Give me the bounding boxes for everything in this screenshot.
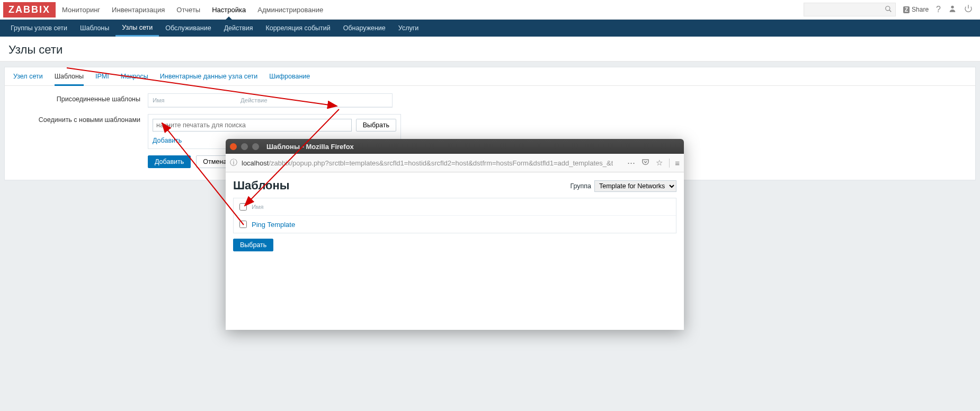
popup-window-title: Шаблоны - Mozilla Firefox [266, 143, 354, 151]
top-nav-right: Z Share ? [804, 3, 973, 16]
popup-titlebar[interactable]: Шаблоны - Mozilla Firefox [226, 139, 684, 154]
menu-configuration[interactable]: Настройка [212, 6, 246, 14]
template-link[interactable]: Ping Template [252, 217, 295, 232]
main-menu: Мониторинг Инвентаризация Отчеты Настрой… [62, 6, 323, 14]
global-search[interactable] [804, 3, 896, 16]
svg-line-1 [889, 10, 892, 12]
popup-body: Шаблоны Группа Template for Networks Имя… [226, 172, 684, 258]
group-select[interactable]: Template for Networks [594, 180, 676, 192]
top-nav: ZABBIX Мониторинг Инвентаризация Отчеты … [0, 0, 980, 20]
svg-point-2 [951, 6, 954, 8]
bookmark-icon[interactable]: ☆ [656, 158, 663, 168]
logo[interactable]: ZABBIX [3, 2, 56, 18]
window-maximize-icon[interactable] [252, 143, 259, 150]
col-action-header: Действие [236, 94, 272, 107]
col-name-header: Имя [148, 94, 236, 107]
menu-administration[interactable]: Администрирование [257, 6, 323, 14]
subnav-maintenance[interactable]: Обслуживание [159, 20, 217, 37]
window-close-icon[interactable] [230, 143, 237, 150]
subnav-templates[interactable]: Шаблоны [74, 20, 115, 37]
popup-url[interactable]: localhost/zabbix/popup.php?srctbl=templa… [242, 159, 613, 167]
tab-templates[interactable]: Шаблоны [55, 73, 84, 86]
add-template-link[interactable]: Добавить [153, 137, 182, 144]
label-attached-templates: Присоединенные шаблоны [13, 93, 148, 103]
menu-inventory[interactable]: Инвентаризация [112, 6, 165, 14]
row-attached-templates: Присоединенные шаблоны Имя Действие [13, 93, 967, 108]
info-icon[interactable]: ⓘ [230, 158, 237, 168]
menu-reports[interactable]: Отчеты [176, 6, 200, 14]
more-icon[interactable]: ⋯ [627, 158, 635, 168]
url-path: /zabbix/popup.php?srctbl=templates&srcfl… [269, 159, 613, 167]
label-link-new-templates: Соединить с новыми шаблонами [13, 114, 148, 124]
share-label: Share [912, 6, 929, 13]
tab-inventory[interactable]: Инвентарные данные узла сети [160, 73, 258, 85]
form-tabs: Узел сети Шаблоны IPMI Макросы Инвентарн… [5, 67, 975, 86]
popup-select-button[interactable]: Выбрать [233, 239, 273, 251]
subnav-services[interactable]: Услуги [392, 20, 425, 37]
menu-monitoring[interactable]: Мониторинг [62, 6, 100, 14]
group-label: Группа [570, 182, 591, 190]
tab-macros[interactable]: Макросы [121, 73, 148, 85]
subnav-correlation[interactable]: Корреляция событий [259, 20, 336, 37]
sub-nav: Группы узлов сети Шаблоны Узлы сети Обсл… [0, 20, 980, 37]
search-icon [885, 5, 892, 14]
select-template-button[interactable]: Выбрать [356, 119, 396, 132]
template-search-input[interactable] [153, 119, 352, 132]
popup-table: Имя Ping Template [233, 198, 676, 233]
subnav-actions[interactable]: Действия [218, 20, 260, 37]
firefox-menu-icon[interactable]: ≡ [669, 159, 680, 168]
tab-encryption[interactable]: Шифрование [269, 73, 310, 85]
tab-ipmi[interactable]: IPMI [95, 73, 109, 85]
user-icon[interactable] [948, 4, 957, 15]
popup-urlbar: ⓘ localhost/zabbix/popup.php?srctbl=temp… [226, 154, 684, 172]
window-minimize-icon[interactable] [241, 143, 248, 150]
pocket-icon[interactable] [642, 158, 649, 168]
popup-heading: Шаблоны [233, 179, 290, 193]
page-title: Узлы сети [0, 37, 980, 62]
popup-window: Шаблоны - Mozilla Firefox ⓘ localhost/za… [226, 139, 684, 330]
row-checkbox[interactable] [239, 221, 247, 228]
power-icon[interactable] [964, 4, 973, 15]
subnav-hostgroups[interactable]: Группы узлов сети [4, 20, 74, 37]
select-all-checkbox[interactable] [239, 203, 247, 211]
popup-col-name: Имя [252, 200, 263, 213]
subnav-hosts[interactable]: Узлы сети [115, 20, 159, 37]
url-host: localhost [242, 159, 269, 167]
popup-table-head: Имя [234, 198, 676, 216]
tab-host[interactable]: Узел сети [13, 73, 43, 85]
attached-templates-table: Имя Действие [148, 93, 393, 108]
share-button[interactable]: Z Share [903, 6, 929, 13]
svg-point-0 [886, 6, 890, 10]
help-icon[interactable]: ? [936, 5, 941, 14]
submit-button[interactable]: Добавить [148, 155, 191, 168]
zabbix-z-icon: Z [903, 6, 910, 13]
subnav-discovery[interactable]: Обнаружение [337, 20, 392, 37]
table-row: Ping Template [234, 216, 676, 233]
